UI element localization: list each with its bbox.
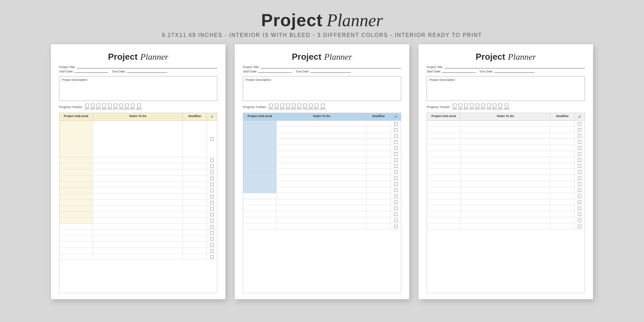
blue-subgoal-1d xyxy=(243,139,277,145)
yellow-deadline-1-2 xyxy=(183,157,207,163)
table-row xyxy=(243,121,401,127)
page-subtitle: 8.27x11.69 inches - Interior is With Ble… xyxy=(162,32,482,38)
blue-subgoal-1a xyxy=(243,121,277,126)
blue-task-3-2 xyxy=(277,199,367,205)
white-deadline-1-6 xyxy=(550,151,575,157)
table-row xyxy=(427,217,585,223)
blue-task-1-1 xyxy=(277,121,367,126)
blue-due-date-group: Due Date: xyxy=(296,70,351,73)
yellow-task-1-6 xyxy=(93,181,183,187)
blue-subgoal-2c xyxy=(243,169,277,175)
yellow-deadline-1-5 xyxy=(183,175,207,181)
table-row xyxy=(243,193,401,199)
blue-deadline-2-4 xyxy=(367,175,391,181)
white-task-2-4 xyxy=(461,175,550,181)
white-fields: Project Title: Start Date: Due Date: xyxy=(427,65,585,74)
check-box-100[interactable] xyxy=(137,104,141,107)
yellow-deadline-3-3 xyxy=(183,236,207,241)
yellow-check-3-3 xyxy=(207,236,217,241)
check-box-10[interactable] xyxy=(85,104,89,107)
yellow-check-3-2 xyxy=(207,230,217,235)
yellow-check-1-3 xyxy=(207,163,217,169)
yellow-project-title-row: Project Title: xyxy=(59,65,217,69)
white-deadline-1-5 xyxy=(550,145,575,151)
yellow-check-1-5 xyxy=(207,175,217,181)
blue-deadline-2-2 xyxy=(367,163,391,169)
white-check-3-3 xyxy=(575,205,585,211)
white-task-1-2 xyxy=(461,127,550,132)
yellow-task-3-4 xyxy=(93,242,183,248)
planner-white: Project Planner Project Title: Start Dat… xyxy=(419,44,593,299)
check-box-30[interactable] xyxy=(97,104,100,107)
white-deadline-1-2 xyxy=(550,127,575,132)
blue-check-1-1 xyxy=(391,121,401,126)
white-due-date-line xyxy=(494,72,535,73)
blue-start-date-label: Start Date: xyxy=(243,70,257,73)
table-row xyxy=(59,157,217,163)
yellow-task-1-2 xyxy=(93,157,183,163)
white-task-3-1 xyxy=(461,193,550,199)
table-row xyxy=(427,151,585,157)
check-box-90[interactable] xyxy=(131,104,135,107)
check-box-70[interactable] xyxy=(119,104,123,107)
check-box-80[interactable] xyxy=(125,104,129,107)
white-deadline-3-3 xyxy=(550,205,575,211)
white-deadline-1-1 xyxy=(550,121,575,126)
blue-task-2-4 xyxy=(277,175,367,181)
blue-check-2-2 xyxy=(391,163,401,169)
check-box-50[interactable] xyxy=(108,104,112,107)
white-subgoal-2f xyxy=(427,187,461,193)
page-title: Project Planner xyxy=(162,10,482,30)
blue-subgoal-2f xyxy=(243,187,277,193)
white-check-1-2 xyxy=(575,127,585,132)
yellow-check-1-4 xyxy=(207,169,217,175)
yellow-progress-label: Progress Tracker: xyxy=(59,105,83,109)
check-70: 70% xyxy=(119,104,123,110)
white-check-3-4 xyxy=(575,211,585,217)
yellow-subgoal-3f xyxy=(59,254,93,260)
yellow-check-3-1 xyxy=(207,224,217,229)
table-row xyxy=(427,139,585,145)
white-subgoal-3f xyxy=(427,223,461,229)
yellow-th-tasks: Tasks To Do xyxy=(93,113,183,120)
check-box-60[interactable] xyxy=(114,104,117,107)
check-box-20[interactable] xyxy=(91,104,95,107)
blue-task-1-4 xyxy=(277,139,367,145)
yellow-task-2-6 xyxy=(93,218,183,223)
b-check-50: 50% xyxy=(291,104,296,110)
check-60: 60% xyxy=(113,104,118,110)
b-check-80: 80% xyxy=(308,104,313,110)
table-row xyxy=(59,218,217,224)
check-box-40[interactable] xyxy=(102,104,106,107)
yellow-deadline-3-4 xyxy=(183,242,207,248)
table-row xyxy=(243,157,401,163)
yellow-task-3-2 xyxy=(93,230,183,235)
b-check-60: 60% xyxy=(297,104,302,110)
yellow-check-3-4 xyxy=(207,242,217,248)
b-check-10: 10% xyxy=(268,104,273,110)
yellow-subgoal-1e xyxy=(59,175,93,181)
white-deadline-3-1 xyxy=(550,193,575,199)
yellow-deadline-1-3 xyxy=(183,163,207,169)
table-row xyxy=(243,133,401,139)
table-row xyxy=(243,163,401,169)
table-row xyxy=(59,242,217,248)
table-row xyxy=(243,187,401,193)
blue-task-1-6 xyxy=(277,151,367,157)
w-check-30: 30% xyxy=(464,104,468,110)
table-row xyxy=(427,145,585,151)
blue-title-script: Planner xyxy=(324,52,352,62)
white-check-2-1 xyxy=(575,157,585,163)
blue-title-bold: Project xyxy=(292,52,321,62)
planner-blue: Project Planner Project Title: Start Dat… xyxy=(235,44,409,299)
blue-task-1-5 xyxy=(277,145,367,151)
white-subgoal-3b xyxy=(427,199,461,205)
white-check-3-2 xyxy=(575,199,585,205)
white-subgoal-3a xyxy=(427,193,461,199)
yellow-deadline-2-6 xyxy=(183,218,207,223)
check-90: 90% xyxy=(130,104,135,110)
yellow-project-title-label: Project Title: xyxy=(59,65,76,69)
blue-task-3-4 xyxy=(277,211,367,217)
table-row xyxy=(427,223,585,229)
b-check-30: 30% xyxy=(280,104,284,110)
